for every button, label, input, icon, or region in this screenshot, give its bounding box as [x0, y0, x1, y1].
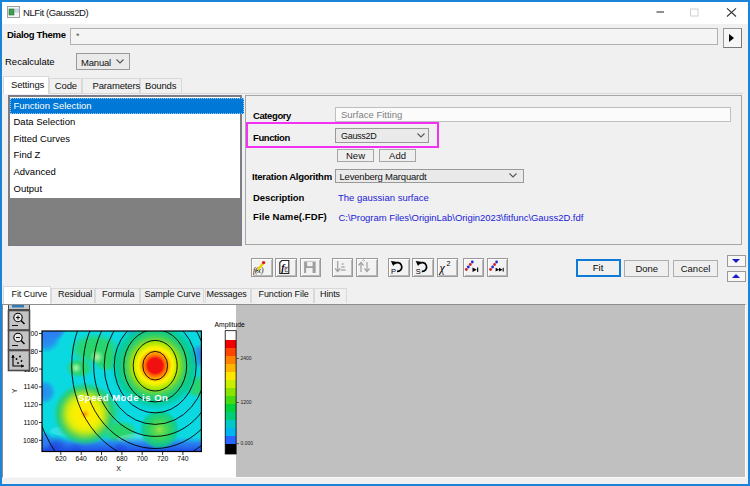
svg-text:720: 720	[157, 455, 169, 462]
svg-text:1100: 1100	[23, 419, 38, 426]
svg-text:P: P	[391, 267, 396, 276]
svg-text:Amplitude: Amplitude	[215, 321, 245, 329]
svg-text:680: 680	[116, 455, 128, 462]
svg-text:0.000: 0.000	[241, 440, 254, 446]
svg-text:2400: 2400	[241, 355, 252, 361]
svg-text:2: 2	[447, 260, 451, 267]
svg-text:1080: 1080	[23, 437, 38, 444]
svg-text:620: 620	[55, 455, 67, 462]
svg-text:S: S	[416, 267, 421, 276]
svg-text:χ: χ	[439, 261, 446, 275]
svg-text:X: X	[116, 465, 121, 472]
svg-text:700: 700	[137, 455, 149, 462]
svg-text:660: 660	[96, 455, 108, 462]
svg-text:1200: 1200	[241, 399, 252, 405]
svg-text:1140: 1140	[23, 383, 38, 390]
svg-text:Y: Y	[11, 388, 18, 393]
svg-text:Speed Mode is On: Speed Mode is On	[78, 392, 168, 403]
svg-text:740: 740	[177, 455, 189, 462]
svg-text:640: 640	[76, 455, 88, 462]
svg-text:1120: 1120	[23, 401, 38, 408]
